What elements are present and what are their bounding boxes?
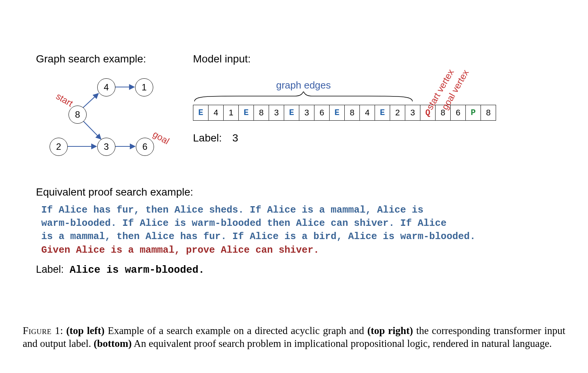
caption-b1: (top left) <box>66 325 104 336</box>
proof-title: Equivalent proof search example: <box>36 186 552 198</box>
token-18-P: P <box>466 105 481 121</box>
graph-node-4: 4 <box>97 78 115 96</box>
graph-area: 4 1 8 2 3 6 start goal <box>36 69 180 167</box>
proof-line-2: warm-blooded. If Alice is warm-blooded t… <box>41 217 552 230</box>
graph-node-2: 2 <box>50 138 68 156</box>
token-14-3: 3 <box>405 105 420 121</box>
token-7-3: 3 <box>299 105 314 121</box>
caption-b3: (bottom) <box>93 338 131 349</box>
model-input-column: Model input: graph edges start vertex go… <box>187 53 552 144</box>
caption-b2: (top right) <box>367 325 413 336</box>
token-4-8: 8 <box>254 105 269 121</box>
proof-line-3: is a mammal, then Alice has fur. If Alic… <box>41 230 552 243</box>
token-10-8: 8 <box>345 105 360 121</box>
token-1-4: 4 <box>208 105 224 121</box>
figure-caption: Figure 1: (top left) Example of a search… <box>23 324 565 350</box>
proof-label-row: Label: Alice is warm-blooded. <box>36 264 552 276</box>
token-6-E: E <box>284 105 299 121</box>
graph-node-8: 8 <box>68 106 87 124</box>
token-9-E: E <box>330 105 345 121</box>
token-17-6: 6 <box>451 105 466 121</box>
token-19-8: 8 <box>481 105 496 121</box>
token-13-2: 2 <box>390 105 405 121</box>
proof-label-word: Label: <box>36 264 64 275</box>
label-word: Label: <box>193 132 222 144</box>
proof-line-1: If Alice has fur, then Alice sheds. If A… <box>41 204 552 217</box>
graph-title: Graph search example: <box>36 53 187 65</box>
model-input-title: Model input: <box>193 53 552 65</box>
token-11-4: 4 <box>360 105 375 121</box>
graph-node-3: 3 <box>97 138 115 156</box>
top-label-value: 3 <box>232 132 238 144</box>
figure-number: Figure 1 <box>23 325 60 336</box>
token-8-6: 6 <box>314 105 330 121</box>
brace-label: graph edges <box>193 79 414 91</box>
top-label-row: Label: 3 <box>193 132 552 144</box>
token-strip-wrap: graph edges start vertex goal vertex E41… <box>193 69 552 121</box>
token-strip: E41E83E36E84E23Q86P8 <box>193 105 552 121</box>
graph-node-1: 1 <box>135 78 153 96</box>
graph-column: Graph search example: <box>36 53 187 167</box>
svg-line-0 <box>82 93 98 108</box>
svg-line-2 <box>82 120 101 139</box>
proof-answer: Alice is warm-blooded. <box>70 264 204 276</box>
token-2-1: 1 <box>224 105 239 121</box>
caption-t3: An equivalent proof search problem in im… <box>134 338 552 349</box>
graph-node-6: 6 <box>136 138 154 156</box>
brace-icon <box>193 92 414 102</box>
top-row: Graph search example: <box>36 53 552 167</box>
token-3-E: E <box>239 105 254 121</box>
token-5-3: 3 <box>269 105 284 121</box>
caption-t1: Example of a search example on a directe… <box>108 325 367 336</box>
proof-text: If Alice has fur, then Alice sheds. If A… <box>36 204 552 257</box>
token-12-E: E <box>375 105 390 121</box>
proof-line-4: Given Alice is a mammal, prove Alice can… <box>41 244 552 257</box>
proof-section: Equivalent proof search example: If Alic… <box>36 186 552 276</box>
token-0-E: E <box>193 105 208 121</box>
figure-page: Graph search example: <box>0 0 588 373</box>
